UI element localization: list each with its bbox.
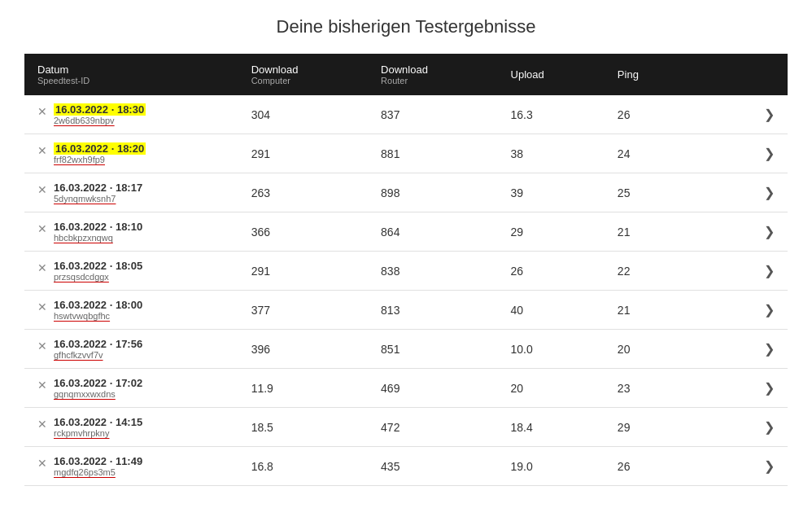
ping-value: 26: [605, 95, 711, 134]
dl-router-value: 864: [368, 212, 497, 252]
ping-value: 21: [605, 291, 711, 330]
date-value: 16.03.2022 · 18:00: [54, 299, 142, 311]
delete-icon[interactable]: ✕: [37, 379, 47, 392]
speedtest-id: frf82wxh9fp9: [54, 155, 146, 164]
table-row: ✕ 16.03.2022 · 18:00 hswtvwqbgfhc 377813…: [24, 291, 788, 330]
upload-value: 38: [498, 134, 605, 173]
date-info: 16.03.2022 · 18:05 przsqsdcdggx: [54, 260, 142, 282]
date-cell: ✕ 16.03.2022 · 18:05 przsqsdcdggx: [37, 260, 225, 282]
expand-button[interactable]: ❯: [711, 330, 788, 369]
expand-button[interactable]: ❯: [711, 291, 788, 330]
upload-value: 40: [498, 291, 605, 330]
dl-router-value: 472: [368, 408, 497, 447]
expand-button[interactable]: ❯: [711, 212, 788, 252]
page-title: Deine bisherigen Testergebnisse: [24, 16, 788, 37]
date-value: 16.03.2022 · 17:56: [54, 338, 142, 350]
chevron-right-icon: ❯: [764, 303, 775, 317]
date-value: 16.03.2022 · 18:20: [54, 142, 146, 155]
header-upload: Upload: [498, 54, 605, 95]
delete-icon[interactable]: ✕: [37, 261, 47, 274]
table-row: ✕ 16.03.2022 · 18:30 2w6db639nbpv 304837…: [24, 95, 788, 134]
speedtest-id: rckpmvhrpkny: [54, 428, 142, 438]
dl-router-value: 813: [368, 291, 497, 330]
date-value: 16.03.2022 · 18:10: [54, 221, 142, 233]
date-info: 16.03.2022 · 18:30 2w6db639nbpv: [54, 103, 146, 125]
delete-icon[interactable]: ✕: [37, 457, 47, 470]
dl-router-value: 881: [368, 134, 497, 173]
ping-value: 21: [605, 212, 711, 252]
date-cell: ✕ 16.03.2022 · 18:00 hswtvwqbgfhc: [37, 299, 225, 321]
date-info: 16.03.2022 · 14:15 rckpmvhrpkny: [54, 416, 142, 438]
table-body: ✕ 16.03.2022 · 18:30 2w6db639nbpv 304837…: [24, 95, 788, 486]
chevron-right-icon: ❯: [764, 225, 775, 239]
date-info: 16.03.2022 · 18:20 frf82wxh9fp9: [54, 142, 146, 164]
dl-computer-value: 16.8: [238, 447, 368, 486]
table-row: ✕ 16.03.2022 · 11:49 mgdfq26ps3m5 16.843…: [24, 447, 788, 486]
dl-computer-value: 377: [238, 291, 368, 330]
expand-button[interactable]: ❯: [711, 252, 788, 291]
dl-computer-value: 291: [238, 134, 368, 173]
delete-icon[interactable]: ✕: [37, 418, 47, 431]
page-wrapper: Deine bisherigen Testergebnisse Datum Sp…: [0, 0, 812, 502]
expand-button[interactable]: ❯: [711, 134, 788, 173]
chevron-right-icon: ❯: [764, 186, 775, 199]
delete-icon[interactable]: ✕: [37, 339, 47, 353]
delete-icon[interactable]: ✕: [37, 105, 47, 118]
ping-value: 22: [605, 252, 711, 291]
table-row: ✕ 16.03.2022 · 18:20 frf82wxh9fp9 291881…: [24, 134, 788, 173]
upload-value: 29: [498, 212, 605, 252]
table-row: ✕ 16.03.2022 · 17:02 gqnqmxxwxdns 11.946…: [24, 369, 788, 408]
ping-value: 20: [605, 330, 711, 369]
expand-button[interactable]: ❯: [711, 447, 788, 486]
ping-value: 25: [605, 173, 711, 212]
date-cell: ✕ 16.03.2022 · 18:20 frf82wxh9fp9: [37, 142, 225, 164]
header-dl-computer: Download Computer: [238, 54, 368, 95]
chevron-right-icon: ❯: [764, 459, 775, 473]
dl-router-value: 851: [368, 330, 497, 369]
delete-icon[interactable]: ✕: [37, 144, 47, 157]
date-cell: ✕ 16.03.2022 · 14:15 rckpmvhrpkny: [37, 416, 225, 438]
date-info: 16.03.2022 · 17:02 gqnqmxxwxdns: [54, 377, 142, 399]
header-datum: Datum Speedtest-ID: [24, 54, 238, 95]
delete-icon[interactable]: ✕: [37, 222, 47, 235]
expand-button[interactable]: ❯: [711, 173, 788, 212]
date-cell: ✕ 16.03.2022 · 18:30 2w6db639nbpv: [37, 103, 225, 125]
upload-value: 39: [498, 173, 605, 212]
upload-value: 16.3: [498, 95, 605, 134]
header-dl-router: Download Router: [368, 54, 497, 95]
chevron-right-icon: ❯: [764, 420, 775, 434]
chevron-right-icon: ❯: [764, 381, 775, 395]
table-row: ✕ 16.03.2022 · 14:15 rckpmvhrpkny 18.547…: [24, 408, 788, 447]
upload-value: 26: [498, 252, 605, 291]
upload-value: 19.0: [498, 447, 605, 486]
dl-router-value: 898: [368, 173, 497, 212]
speedtest-id: hbcbkpzxnqwq: [54, 233, 142, 243]
speedtest-id: 2w6db639nbpv: [54, 116, 146, 125]
dl-computer-value: 11.9: [238, 369, 368, 408]
header-ping: Ping: [605, 54, 711, 95]
header-expand: [711, 54, 788, 95]
date-cell: ✕ 16.03.2022 · 11:49 mgdfq26ps3m5: [37, 455, 225, 477]
speedtest-id: gqnqmxxwxdns: [54, 389, 142, 399]
expand-button[interactable]: ❯: [711, 408, 788, 447]
delete-icon[interactable]: ✕: [37, 183, 47, 196]
speedtest-id: hswtvwqbgfhc: [54, 311, 142, 321]
dl-computer-value: 263: [238, 173, 368, 212]
date-info: 16.03.2022 · 11:49 mgdfq26ps3m5: [54, 455, 142, 477]
date-cell: ✕ 16.03.2022 · 17:02 gqnqmxxwxdns: [37, 377, 225, 399]
expand-button[interactable]: ❯: [711, 95, 788, 134]
date-cell: ✕ 16.03.2022 · 18:10 hbcbkpzxnqwq: [37, 221, 225, 243]
date-value: 16.03.2022 · 18:05: [54, 260, 142, 272]
ping-value: 26: [605, 447, 711, 486]
expand-button[interactable]: ❯: [711, 369, 788, 408]
dl-router-value: 837: [368, 95, 497, 134]
dl-router-value: 469: [368, 369, 497, 408]
delete-icon[interactable]: ✕: [37, 300, 47, 313]
date-info: 16.03.2022 · 18:00 hswtvwqbgfhc: [54, 299, 142, 321]
dl-computer-value: 396: [238, 330, 368, 369]
table-row: ✕ 16.03.2022 · 18:05 przsqsdcdggx 291838…: [24, 252, 788, 291]
table-header: Datum Speedtest-ID Download Computer Dow…: [24, 54, 788, 95]
date-value: 16.03.2022 · 18:30: [54, 103, 146, 116]
dl-computer-value: 291: [238, 252, 368, 291]
dl-computer-value: 304: [238, 95, 368, 134]
